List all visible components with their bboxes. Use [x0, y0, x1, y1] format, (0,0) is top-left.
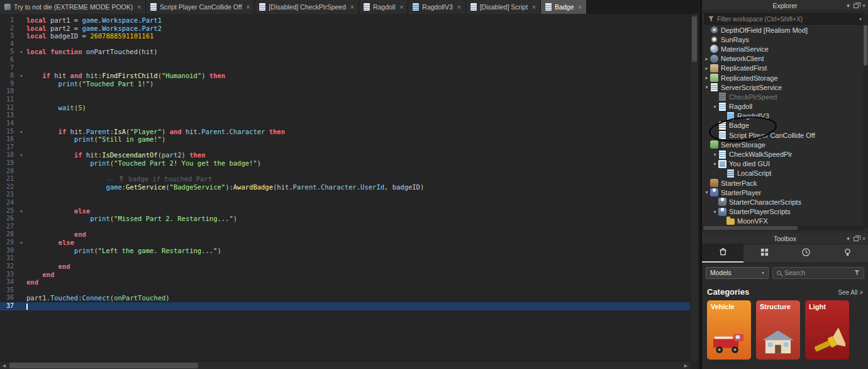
explorer-item-ragdoll[interactable]: ▾Ragdoll	[702, 102, 863, 111]
code-line[interactable]: 28 end	[0, 230, 690, 239]
explorer-item-starterplayer[interactable]: ▾StarterPlayer	[702, 188, 863, 197]
search-filter-icon[interactable]	[854, 270, 860, 276]
tab-close-icon[interactable]: ×	[247, 4, 250, 11]
code-line[interactable]: 34end	[0, 278, 690, 287]
expand-arrow-icon[interactable]: ▾	[703, 84, 710, 90]
explorer-item-networkclient[interactable]: ▸NetworkClient	[702, 54, 863, 64]
explorer-item-starterplayerscripts[interactable]: ▾StarterPlayerScripts	[702, 207, 863, 217]
code-line[interactable]: 25▾ else	[0, 207, 690, 215]
category-card-structure[interactable]: Structure	[756, 300, 800, 360]
code-line[interactable]: 22 game:GetService("BadgeService"):Award…	[0, 183, 690, 191]
tab-close-icon[interactable]: ×	[532, 4, 536, 11]
code-line[interactable]: 26 print("Missed Part 2. Restarting...")	[0, 215, 690, 223]
code-line[interactable]: 2local part2 = game.Workspace.Part2	[0, 25, 690, 33]
code-line[interactable]: 19 print("Touched Part 2! You get the ba…	[0, 159, 690, 167]
fold-arrow-icon[interactable]: ▾	[16, 48, 26, 56]
category-select[interactable]: Models ▾	[706, 267, 769, 279]
code-line[interactable]: 11	[0, 96, 690, 104]
explorer-item-you-died-gui[interactable]: ▾You died GUI	[702, 159, 863, 169]
code-line[interactable]: 10	[0, 88, 690, 96]
explorer-item-serverstorage[interactable]: ServerStorage	[702, 140, 863, 149]
expand-arrow-icon[interactable]: ▾	[711, 152, 718, 157]
expand-arrow-icon[interactable]: ▸	[703, 56, 710, 62]
chevron-down-icon[interactable]: ▾	[859, 16, 862, 22]
code-line[interactable]: 3local badgeID = 2607888591101161	[0, 32, 690, 40]
toolbox-tab-inventory[interactable]	[743, 244, 785, 263]
scroll-right-arrow-icon[interactable]: ▶	[682, 361, 690, 369]
code-line[interactable]: 21 -- 🎖 badge if touched Part	[0, 175, 690, 183]
explorer-item-sunrays[interactable]: SunRays	[702, 35, 863, 44]
code-line[interactable]: 12 wait(5)	[0, 104, 690, 112]
code-line[interactable]: 36part1.Touched:Connect(onPartTouched)	[0, 294, 690, 302]
code-line[interactable]: 23	[0, 191, 690, 199]
toolbox-tab-creations[interactable]	[826, 244, 868, 263]
code-line[interactable]: 15▾ if hit.Parent:IsA("Player") and hit.…	[0, 128, 690, 136]
code-line[interactable]: 27	[0, 223, 690, 231]
editor-tab[interactable]: [Disabled] Script×	[466, 0, 541, 14]
explorer-item-replicatedstorage[interactable]: ▸ReplicatedStorage	[702, 73, 863, 82]
explorer-item-badge[interactable]: Badge	[702, 121, 863, 130]
tab-close-icon[interactable]: ×	[350, 4, 354, 11]
editor-tab[interactable]: Ragdoll×	[359, 0, 408, 14]
chevron-down-icon[interactable]: ▾	[847, 3, 850, 9]
editor-vertical-scrollbar[interactable]	[690, 14, 698, 361]
float-panel-icon[interactable]	[854, 237, 859, 241]
code-line[interactable]: 17	[0, 144, 690, 152]
float-panel-icon[interactable]	[854, 4, 859, 8]
code-line[interactable]: 18▾ if hit:IsDescendantOf(part2) then	[0, 151, 690, 159]
explorer-item-replicatedfirst[interactable]: ▸ReplicatedFirst	[702, 64, 863, 73]
code-line[interactable]: 24	[0, 199, 690, 207]
code-line[interactable]: 16 print("Still in game!")	[0, 135, 690, 144]
fold-arrow-icon[interactable]: ▾	[16, 128, 26, 136]
code-line[interactable]: 29▾ else	[0, 239, 690, 247]
explorer-item-materialservice[interactable]: MaterialService	[702, 44, 863, 54]
toolbox-search-input[interactable]: Search	[772, 267, 864, 279]
tab-close-icon[interactable]: ×	[399, 4, 403, 11]
horizontal-scrollbar-thumb[interactable]	[703, 226, 798, 230]
code-line[interactable]: 13	[0, 111, 690, 120]
close-icon[interactable]: ×	[862, 3, 865, 9]
expand-arrow-icon[interactable]: ▾	[711, 161, 718, 167]
code-line[interactable]: 1local part1 = game.Workspace.Part1	[0, 16, 690, 25]
horizontal-scrollbar-thumb[interactable]	[9, 363, 198, 368]
code-line[interactable]: 5▾local function onPartTouched(hit)	[0, 48, 690, 56]
editor-tab[interactable]: Badge×	[541, 0, 587, 14]
editor-tab[interactable]: [Disabled] CheckPlrSpeed×	[255, 0, 359, 14]
code-line[interactable]: 33 end	[0, 271, 690, 279]
fold-arrow-icon[interactable]: ▾	[16, 72, 26, 80]
explorer-filter-input[interactable]: Filter workspace (Ctrl+Shift+X) ▾	[704, 13, 865, 25]
explorer-item-checkplrspeed[interactable]: CheckPlrSpeed	[702, 92, 863, 101]
tab-close-icon[interactable]: ×	[457, 4, 461, 11]
chevron-down-icon[interactable]: ▾	[847, 236, 850, 242]
toolbox-tab-marketplace[interactable]	[702, 244, 743, 263]
explorer-item-script-player-cancollide-off[interactable]: Script Player CanCollide Off	[702, 130, 863, 140]
code-line[interactable]: 35	[0, 287, 690, 295]
explorer-vertical-scrollbar[interactable]	[863, 14, 868, 228]
explorer-item-localscript[interactable]: LocalScript	[702, 169, 863, 178]
explorer-item-ragdollv3[interactable]: RagdollV3	[702, 111, 863, 121]
explorer-item-checkwalkspeedplr[interactable]: ▾CheckWalkSpeedPlr	[702, 149, 863, 159]
expand-arrow-icon[interactable]: ▸	[703, 65, 710, 71]
see-all-link[interactable]: See All >	[838, 289, 863, 296]
code-line[interactable]: 4	[0, 40, 690, 48]
code-editor[interactable]: 1local part1 = game.Workspace.Part12loca…	[0, 14, 690, 361]
code-line[interactable]: 8▾ if hit and hit:FindFirstChild("Humano…	[0, 72, 690, 80]
close-icon[interactable]: ×	[862, 236, 865, 242]
fold-arrow-icon[interactable]: ▾	[16, 151, 26, 159]
tab-close-icon[interactable]: ×	[578, 4, 582, 11]
code-line[interactable]: 30 print("Left the game. Restarting...")	[0, 247, 690, 255]
code-line[interactable]: 6	[0, 56, 690, 64]
category-card-light[interactable]: Light	[805, 300, 849, 360]
expand-arrow-icon[interactable]: ▾	[703, 190, 710, 195]
scroll-left-arrow-icon[interactable]: ◀	[0, 361, 8, 369]
explorer-item-starterpack[interactable]: StarterPack	[702, 178, 863, 188]
code-line[interactable]: 7	[0, 64, 690, 72]
code-line[interactable]: 31	[0, 254, 690, 263]
explorer-item-moonvfx[interactable]: MoonVFX	[702, 217, 863, 226]
explorer-item-serverscriptservice[interactable]: ▾ServerScriptService	[702, 82, 863, 92]
expand-arrow-icon[interactable]: ▾	[711, 104, 718, 110]
vertical-scrollbar-thumb[interactable]	[692, 16, 697, 62]
fold-arrow-icon[interactable]: ▾	[16, 207, 26, 215]
code-line[interactable]: 20	[0, 167, 690, 176]
editor-tab[interactable]: RagdollV3×	[408, 0, 465, 14]
